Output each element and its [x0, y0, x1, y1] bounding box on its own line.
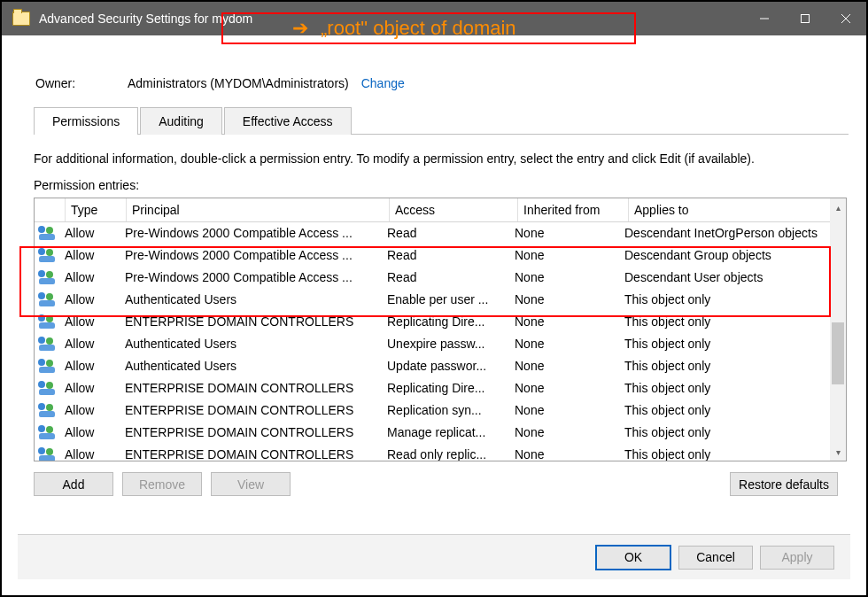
cell-applies: This object only — [619, 425, 830, 439]
minimize-button[interactable] — [744, 2, 785, 35]
cell-inherited: None — [509, 359, 619, 373]
users-group-icon — [38, 359, 56, 373]
cell-applies: Descendant InetOrgPerson objects — [619, 226, 830, 240]
users-group-icon — [38, 403, 56, 417]
col-inherited[interactable]: Inherited from — [518, 198, 629, 221]
titlebar[interactable]: Advanced Security Settings for mydom — [2, 2, 866, 35]
table-row[interactable]: AllowPre-Windows 2000 Compatible Access … — [35, 221, 830, 244]
cell-access: Update passwor... — [382, 359, 509, 373]
cell-type: Allow — [59, 381, 120, 395]
cancel-button[interactable]: Cancel — [678, 546, 753, 570]
cell-principal: ENTERPRISE DOMAIN CONTROLLERS — [120, 403, 382, 417]
vertical-scrollbar[interactable]: ▴ ▾ — [830, 198, 846, 461]
cell-applies: Descendant Group objects — [619, 248, 830, 262]
maximize-icon — [800, 13, 810, 24]
users-group-icon — [38, 248, 56, 262]
cell-applies: This object only — [619, 337, 830, 351]
cell-inherited: None — [509, 425, 619, 439]
cell-type: Allow — [59, 425, 120, 439]
col-principal[interactable]: Principal — [127, 198, 390, 221]
table-row[interactable]: AllowENTERPRISE DOMAIN CONTROLLERSRead o… — [35, 443, 830, 461]
cell-principal: Pre-Windows 2000 Compatible Access ... — [120, 248, 382, 262]
cell-access: Read — [382, 226, 509, 240]
cell-inherited: None — [509, 226, 619, 240]
users-group-icon — [38, 447, 56, 461]
view-button[interactable]: View — [211, 472, 291, 496]
users-group-icon — [38, 381, 56, 395]
col-icon[interactable] — [35, 198, 66, 221]
tab-effective-access[interactable]: Effective Access — [224, 107, 352, 135]
cell-type: Allow — [59, 447, 120, 461]
cell-type: Allow — [59, 270, 120, 284]
table-row[interactable]: AllowENTERPRISE DOMAIN CONTROLLERSManage… — [35, 421, 830, 443]
cell-applies: This object only — [619, 381, 830, 395]
close-button[interactable] — [825, 2, 866, 35]
cell-access: Enable per user ... — [382, 292, 509, 306]
scroll-down-icon[interactable]: ▾ — [830, 443, 846, 461]
table-row[interactable]: AllowAuthenticated UsersEnable per user … — [35, 288, 830, 310]
cell-applies: This object only — [619, 314, 830, 329]
dialog-button-bar: OK Cancel Apply — [18, 534, 850, 579]
cell-inherited: None — [509, 248, 619, 262]
cell-principal: ENTERPRISE DOMAIN CONTROLLERS — [120, 425, 382, 439]
scroll-up-icon[interactable]: ▴ — [830, 198, 846, 216]
entries-label: Permission entries: — [34, 178, 847, 192]
users-group-icon — [38, 226, 56, 240]
users-group-icon — [38, 314, 56, 329]
table-row[interactable]: AllowPre-Windows 2000 Compatible Access … — [35, 266, 830, 288]
cell-type: Allow — [59, 226, 120, 240]
tab-auditing[interactable]: Auditing — [140, 107, 222, 135]
table-row[interactable]: AllowENTERPRISE DOMAIN CONTROLLERSReplic… — [35, 310, 830, 332]
remove-button[interactable]: Remove — [122, 472, 202, 496]
cell-principal: ENTERPRISE DOMAIN CONTROLLERS — [120, 314, 382, 329]
cell-inherited: None — [509, 270, 619, 284]
col-access[interactable]: Access — [390, 198, 518, 221]
table-row[interactable]: AllowENTERPRISE DOMAIN CONTROLLERSReplic… — [35, 376, 830, 399]
cell-inherited: None — [509, 403, 619, 417]
cell-access: Replication syn... — [382, 403, 509, 417]
users-group-icon — [38, 270, 56, 284]
cell-type: Allow — [59, 292, 120, 306]
cell-applies: This object only — [619, 447, 830, 461]
tab-strip: Permissions Auditing Effective Access — [34, 106, 849, 135]
owner-value: Administrators (MYDOM\Administrators) — [128, 76, 349, 90]
table-row[interactable]: AllowAuthenticated UsersUnexpire passw..… — [35, 332, 830, 354]
window-frame: Advanced Security Settings for mydom ➔ „… — [0, 0, 868, 597]
apply-button[interactable]: Apply — [760, 546, 834, 570]
hint-text: For additional information, double-click… — [34, 151, 847, 166]
cell-inherited: None — [509, 381, 619, 395]
table-row[interactable]: AllowPre-Windows 2000 Compatible Access … — [35, 244, 830, 266]
svg-rect-1 — [802, 15, 810, 23]
cell-access: Read only replic... — [382, 447, 509, 461]
cell-access: Replicating Dire... — [382, 381, 509, 395]
cell-principal: Pre-Windows 2000 Compatible Access ... — [120, 270, 382, 284]
cell-principal: ENTERPRISE DOMAIN CONTROLLERS — [120, 447, 382, 461]
col-type[interactable]: Type — [66, 198, 127, 221]
cell-principal: Authenticated Users — [120, 359, 382, 373]
change-owner-link[interactable]: Change — [361, 76, 405, 90]
restore-defaults-button[interactable]: Restore defaults — [730, 472, 838, 496]
table-row[interactable]: AllowAuthenticated UsersUpdate passwor..… — [35, 354, 830, 376]
maximize-button[interactable] — [785, 2, 825, 35]
scroll-thumb[interactable] — [832, 322, 844, 384]
owner-row: Owner: Administrators (MYDOM\Administrat… — [35, 76, 850, 90]
permission-grid[interactable]: Type Principal Access Inherited from App… — [34, 198, 847, 461]
col-applies[interactable]: Applies to — [629, 198, 846, 221]
cell-principal: Authenticated Users — [120, 292, 382, 306]
cell-access: Replicating Dire... — [382, 314, 509, 329]
cell-type: Allow — [59, 248, 120, 262]
scroll-track[interactable] — [830, 216, 846, 443]
client-area: Owner: Administrators (MYDOM\Administrat… — [18, 55, 850, 579]
cell-applies: This object only — [619, 359, 830, 373]
close-icon — [841, 13, 851, 24]
tab-permissions[interactable]: Permissions — [34, 107, 138, 135]
cell-applies: Descendant User objects — [619, 270, 830, 284]
table-row[interactable]: AllowENTERPRISE DOMAIN CONTROLLERSReplic… — [35, 399, 830, 421]
ok-button[interactable]: OK — [595, 545, 671, 570]
add-button[interactable]: Add — [34, 472, 113, 496]
users-group-icon — [38, 425, 56, 439]
grid-rows: AllowPre-Windows 2000 Compatible Access … — [35, 221, 830, 461]
cell-type: Allow — [59, 337, 120, 351]
permissions-panel: For additional information, double-click… — [18, 135, 850, 496]
cell-access: Read — [382, 248, 509, 262]
